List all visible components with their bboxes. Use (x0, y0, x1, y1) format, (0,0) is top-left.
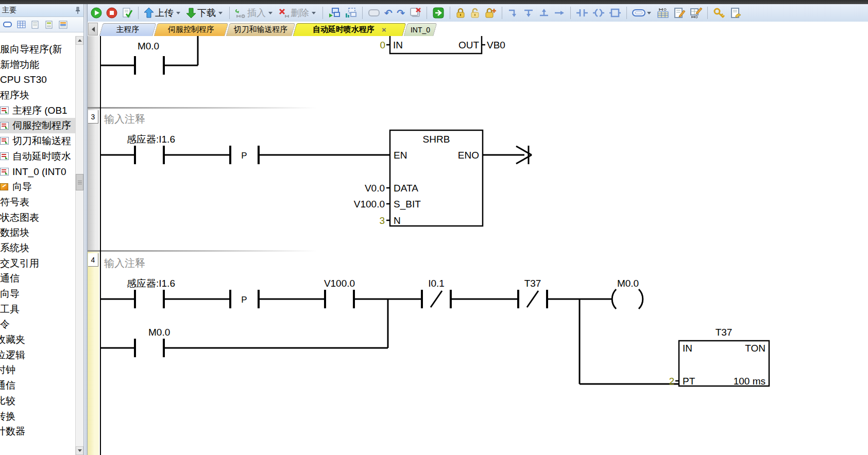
network4-contact3-label[interactable]: I0.1 (428, 278, 445, 289)
network4-coil-label[interactable]: M0.0 (617, 278, 639, 289)
tree-item-symbol-table[interactable]: 符号表 (0, 195, 75, 210)
stop-button[interactable] (105, 6, 118, 20)
tree-item-cutter-convey[interactable]: 切刀和输送程 (0, 133, 75, 149)
tree-item-communication-2[interactable]: 通信 (0, 378, 75, 393)
run-button[interactable] (90, 6, 103, 20)
lock-closed-button[interactable] (454, 6, 467, 20)
download-button[interactable]: 下载 (185, 6, 225, 20)
protect-button[interactable] (728, 6, 743, 20)
tree-item-new-features[interactable]: 新增功能 (0, 57, 75, 73)
operand-m00[interactable]: M0.0 (138, 41, 159, 51)
shrb-n-value[interactable]: 3 (379, 215, 385, 226)
undo-button[interactable]: ↶ (383, 6, 394, 20)
tree-item-wizard[interactable]: 向导 (0, 179, 75, 195)
network3-contact1-label[interactable]: 感应器:I1.6 (127, 134, 175, 145)
tab-auto-delay-spray-active[interactable]: 自动延时喷水程序 × (295, 23, 404, 36)
tree-item-program-block[interactable]: 程序块 (0, 87, 75, 103)
network3-shrb-box[interactable]: SHRB EN ENO V0.0 DATA V100.0 S_BIT 3 N (354, 130, 483, 226)
pou-cascade-button[interactable] (327, 6, 342, 20)
box-tool-button[interactable] (608, 6, 622, 20)
mov-in-value[interactable]: 0 (380, 40, 385, 50)
tree-item-servo-control[interactable]: 伺服控制程序 (0, 118, 75, 133)
tree-item-communication[interactable]: 通信 (0, 271, 75, 286)
tree-item-compare[interactable]: 比较 (0, 393, 75, 409)
tree-item-data-block[interactable]: 数据块 (0, 225, 75, 240)
grid-icon[interactable] (17, 21, 26, 29)
tag-icon[interactable] (3, 21, 12, 29)
scroll-up-button[interactable] (76, 36, 83, 45)
tree-item-clock[interactable]: 时钟 (0, 362, 75, 378)
tree-item-convert[interactable]: 转换 (0, 409, 75, 424)
lock-add-button[interactable] (483, 6, 498, 20)
contact-tool-button[interactable] (575, 6, 589, 20)
pou-order-button[interactable] (344, 6, 358, 20)
tree-item-status-chart[interactable]: 状态图表 (0, 210, 75, 225)
network4-contact1-label[interactable]: 感应器:I1.6 (127, 278, 175, 289)
mov-out-value[interactable]: VB0 (487, 40, 505, 50)
tab-int0[interactable]: INT_0 (405, 23, 435, 36)
line-down-button[interactable] (522, 6, 535, 20)
compile-button[interactable] (121, 6, 134, 20)
tree-item-cross-reference[interactable]: 交叉引用 (0, 256, 75, 271)
tab-cutter-convey[interactable]: 切刀和输送程序 (228, 23, 294, 36)
network4-coil[interactable] (612, 289, 643, 309)
network4-rung[interactable] (100, 290, 612, 308)
empty-box-button[interactable] (367, 6, 381, 20)
chevron-down-icon[interactable] (268, 12, 273, 14)
chevron-down-icon[interactable] (218, 12, 223, 14)
toggle-grid-button[interactable] (656, 6, 670, 20)
ladder-editor[interactable]: 3 输入注释 4 输入注释 M0.0 (88, 36, 868, 455)
tree-item-cpu[interactable]: CPU ST30 (0, 72, 75, 87)
ladder-canvas[interactable]: M0.0 0 IN OUT VB0 感应器:I1.6 (88, 36, 868, 455)
panel-splitter[interactable] (84, 4, 88, 455)
close-icon[interactable]: × (382, 25, 386, 34)
tree-item-counters[interactable]: 计数器 (0, 424, 75, 439)
coil-tool-button[interactable] (591, 6, 606, 20)
key-button[interactable] (712, 6, 726, 20)
network3-edge-contact-label[interactable]: P (241, 151, 247, 161)
scroll-thumb[interactable] (76, 174, 83, 190)
edit-symbol-button[interactable] (672, 6, 687, 20)
tab-scroll-left-button[interactable] (88, 23, 98, 36)
tree-item-bit-logic[interactable]: 位逻辑 (0, 347, 75, 363)
run-mode-button[interactable] (431, 6, 446, 20)
tree-item-int0[interactable]: INT_0 (INT0 (0, 164, 75, 180)
timer-pt-value[interactable]: 2 (669, 376, 674, 387)
redo-button[interactable]: ↷ (396, 6, 406, 20)
network4-contact4-label[interactable]: T37 (524, 278, 541, 289)
network4-timer-box[interactable]: T37 IN TON 2 PT 100 ms (669, 327, 769, 387)
tree-item-wizard-2[interactable]: 向导 (0, 286, 75, 302)
discard-button[interactable] (408, 6, 422, 20)
tree-item-favorites[interactable]: 收藏夹 (0, 332, 75, 347)
tab-main-program[interactable]: 主程序 (101, 23, 155, 36)
tree-item-instructions[interactable]: 令 (0, 317, 75, 332)
address-tag-button[interactable] (631, 6, 654, 20)
document-icon[interactable] (31, 21, 40, 29)
timer-operand[interactable]: T37 (716, 327, 733, 338)
line-right-button[interactable] (553, 6, 566, 20)
tree-item-system-block[interactable]: 系统块 (0, 240, 75, 256)
tree-item-auto-delay-spray[interactable]: 自动延时喷水 (0, 149, 75, 164)
delete-network-button[interactable]: 删除 (277, 6, 318, 20)
network2-mov-box[interactable]: 0 IN OUT VB0 (380, 36, 505, 54)
tree-item-main-ob1[interactable]: 主程序 (OB1 (0, 103, 75, 118)
shrb-data-value[interactable]: V0.0 (365, 183, 385, 194)
upload-button[interactable]: 上传 (143, 6, 183, 20)
scroll-down-button[interactable] (76, 446, 83, 455)
network4-edge-contact-label[interactable]: P (241, 295, 247, 305)
lock-open-button[interactable] (469, 6, 481, 20)
edit-table-button[interactable] (689, 6, 703, 20)
tree-item-tools[interactable]: 工具 (0, 302, 75, 317)
tree-scrollbar[interactable] (75, 36, 83, 455)
network4-branch-rung[interactable] (100, 299, 388, 357)
chevron-down-icon[interactable] (176, 12, 180, 14)
tree-item-servo-wizard[interactable]: 服向导程序(新 (0, 42, 75, 57)
network4-contact2-label[interactable]: V100.0 (324, 278, 355, 289)
list-icon[interactable] (59, 21, 68, 29)
tab-servo-control[interactable]: 伺服控制程序 (156, 23, 227, 36)
shrb-sbit-value[interactable]: V100.0 (354, 199, 385, 209)
chevron-down-icon[interactable] (647, 12, 651, 14)
pin-icon[interactable] (74, 6, 81, 14)
chevron-down-icon[interactable] (312, 12, 316, 14)
insert-network-button[interactable]: 插入 (234, 6, 275, 20)
